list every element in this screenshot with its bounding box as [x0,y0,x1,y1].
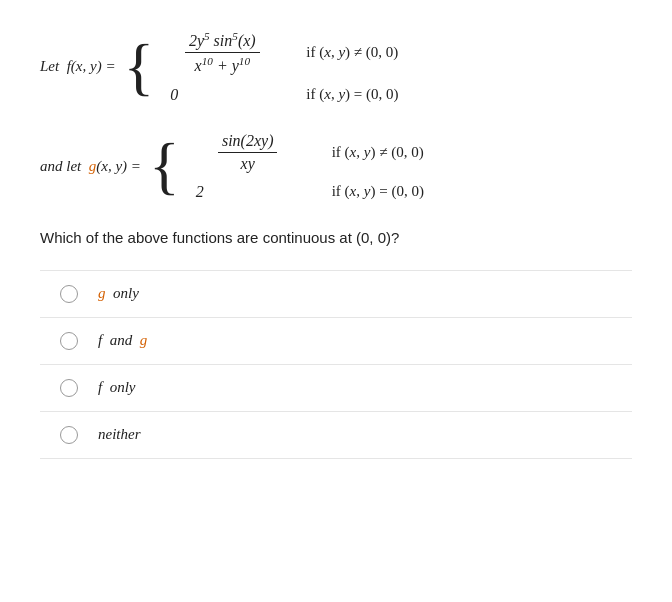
f-definition: Let f(x, y) = { 2y5 sin5(x) x10 + y10 [40,30,632,104]
option-neither-label: neither [98,426,141,443]
f-condition1: if (x, y) ≠ (0, 0) [306,44,398,61]
f-case1: 2y5 sin5(x) x10 + y10 if (x, y) ≠ (0, 0) [162,30,398,76]
f-condition2: if (x, y) = (0, 0) [306,86,398,103]
f-brace: { [124,35,155,99]
radio-neither[interactable] [60,426,78,444]
radio-g-only[interactable] [60,285,78,303]
f-label: Let f(x, y) = [40,58,116,75]
radio-f-only[interactable] [60,379,78,397]
option-f-and-g[interactable]: f and g [40,318,632,365]
f-numerator: 2y5 sin5(x) [185,30,260,53]
g-formula1: sin(2xy) xy [188,132,308,173]
g-case1: sin(2xy) xy if (x, y) ≠ (0, 0) [188,132,424,173]
f-case2: 0 if (x, y) = (0, 0) [162,86,398,104]
g-cases: sin(2xy) xy if (x, y) ≠ (0, 0) 2 [188,132,424,201]
f-formula2: 0 [162,86,282,104]
option-g-only[interactable]: g only [40,270,632,318]
f-brace-container: { 2y5 sin5(x) x10 + y10 [124,30,399,104]
option-f-and-g-label: f and g [98,332,147,349]
g-condition2: if (x, y) = (0, 0) [332,183,424,200]
g-label: and let g(x, y) = [40,158,141,175]
g-definition: and let g(x, y) = { sin(2xy) xy [40,132,632,201]
g-condition1: if (x, y) ≠ (0, 0) [332,144,424,161]
g-denominator: xy [237,153,259,173]
f-formula1: 2y5 sin5(x) x10 + y10 [162,30,282,76]
g-numerator: sin(2xy) [218,132,278,153]
g-brace-container: { sin(2xy) xy if (x, [149,132,424,201]
radio-f-and-g[interactable] [60,332,78,350]
question-text: Which of the above functions are continu… [40,229,632,246]
options-container: g only f and g f only neither [40,270,632,459]
option-f-only[interactable]: f only [40,365,632,412]
g-case2: 2 if (x, y) = (0, 0) [188,183,424,201]
option-g-only-label: g only [98,285,139,302]
f-denominator: x10 + y10 [191,53,254,75]
f-cases: 2y5 sin5(x) x10 + y10 if (x, y) ≠ (0, 0)… [162,30,398,104]
g-formula2: 2 [188,183,308,201]
option-f-only-label: f only [98,379,136,396]
g-brace: { [149,134,180,198]
option-neither[interactable]: neither [40,412,632,459]
